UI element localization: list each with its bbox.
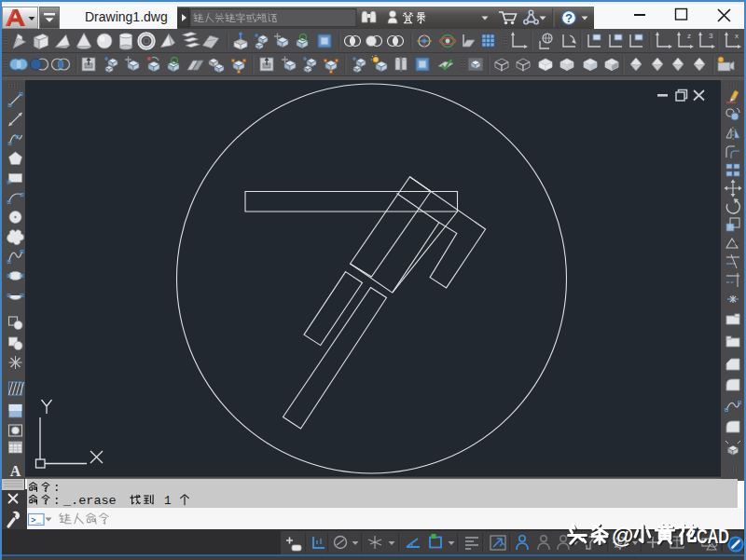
svg-text:_.erase: _.erase: [62, 494, 117, 508]
svg-text::: :: [53, 495, 61, 508]
svg-text:1: 1: [164, 495, 172, 508]
svg-text:x: x: [735, 32, 739, 40]
svg-text:3: 3: [709, 32, 713, 40]
svg-text::: :: [53, 482, 61, 495]
svg-text:?: ?: [565, 11, 573, 25]
svg-text:@: @: [612, 523, 633, 548]
svg-text:z: z: [687, 32, 691, 40]
svg-text:CAD: CAD: [697, 525, 729, 548]
